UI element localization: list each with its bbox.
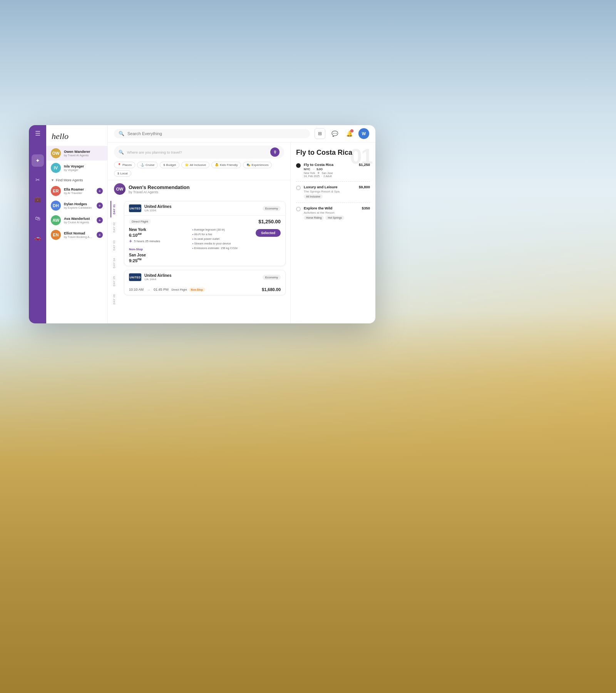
travel-search-bar[interactable]: 🔍 Where are you planning to travel? 🎙	[114, 146, 284, 159]
class-badge-1: Economy	[263, 206, 281, 211]
agent-item-dylan[interactable]: DH Dylan Hodges by Explore Caribbean +	[46, 198, 107, 213]
item-header-2: Luxury and Leisure $9,800	[304, 185, 370, 189]
sidebar: ☰ ✦ ✂ 💼 🛍 🚗	[29, 125, 46, 323]
flights-list: UNITED United Airlines UA 1094 Economy D…	[119, 198, 290, 323]
route-plane-small: ✈	[317, 171, 320, 175]
agents-list: ER Ella Roamer by AI Traveller + DH Dyla…	[46, 184, 107, 319]
sidebar-icon-tools[interactable]: ✂	[32, 174, 44, 186]
agent-info-elliot: Elliot Nomad by Travel Booking Agent	[64, 231, 94, 239]
rec-sub: by Travel AI Agents	[129, 190, 189, 194]
add-agent-dylan[interactable]: +	[97, 203, 103, 209]
voice-button[interactable]: 🎙	[270, 147, 280, 157]
panel-title: Fly to Costa Rica	[296, 149, 370, 157]
item-dot-1	[296, 163, 301, 168]
sidebar-icon-car[interactable]: 🚗	[32, 231, 44, 244]
item-tags-3: Horse Riding Hot Springs	[304, 216, 370, 220]
flight-details-1: New York 6:10AM ✈ 5 hours 25 minutes	[129, 228, 281, 263]
item-sub-3: Activities at the Resort	[304, 211, 370, 214]
agent-avatar-dylan: DH	[51, 201, 61, 211]
item-sub-2: The Springs Resort & Spa	[304, 190, 370, 193]
day-tab-5[interactable]: DAY 05	[110, 273, 117, 290]
flight-card-2-header: UNITED United Airlines UA 1444 Economy	[124, 270, 285, 284]
sidebar-icon-shopping[interactable]: 🛍	[32, 212, 44, 224]
main-window: ☰ ✦ ✂ 💼 🛍 🚗 hello OW Owen Wanderer by Tr…	[29, 125, 375, 323]
stop-tag-1: Non-Stop	[129, 245, 187, 252]
airline-logo-2: UNITED	[129, 273, 141, 281]
chip-kids[interactable]: 👶Kids Friendly	[211, 162, 241, 168]
agent-avatar-ella: ER	[51, 186, 61, 196]
flight-features-1: Average legroom (30 in) Wi-Fi for a fee …	[192, 228, 251, 251]
class-badge-2: Economy	[263, 275, 281, 280]
agent-info-dylan: Dylan Hodges by Explore Caribbean	[64, 202, 94, 209]
flight-card-2: UNITED United Airlines UA 1444 Economy 1…	[124, 270, 286, 295]
add-button[interactable]: ⊞	[315, 128, 325, 139]
item-body-3: Explore the Wild $350 Activities at the …	[304, 206, 370, 220]
day-tab-2[interactable]: DAY 02	[110, 219, 117, 236]
chip-allinclusive[interactable]: 🌟All Inclusive	[181, 162, 209, 168]
divider-2	[296, 203, 370, 203]
agent-item-ella[interactable]: ER Ella Roamer by AI Traveller +	[46, 184, 107, 198]
flight-meta-1: ✈ 5 hours 25 minutes	[129, 239, 187, 243]
agent-item-isla[interactable]: IV Isla Voyager by Voyager	[46, 161, 107, 175]
agent-info-ava: Ava Wanderlust by Cruise AI Agents	[64, 217, 94, 224]
menu-icon[interactable]: ☰	[35, 131, 40, 137]
departure-1: New York	[129, 228, 187, 232]
agent-info-isla: Isla Voyager by Voyager	[64, 164, 103, 172]
day-tab-6[interactable]: DAY 06	[110, 291, 117, 308]
day-tab-1[interactable]: DAY 01	[110, 201, 117, 218]
agent-avatar-owen: OW	[51, 148, 61, 158]
notification-icon[interactable]: 🔔 3	[344, 128, 355, 139]
item-header-3: Explore the Wild $350	[304, 206, 370, 210]
notification-badge: 3	[350, 129, 354, 133]
flight-card-1: UNITED United Airlines UA 1094 Economy D…	[124, 201, 286, 266]
agent-item-elliot[interactable]: EN Elliot Nomad by Travel Booking Agent …	[46, 228, 107, 242]
sidebar-icon-flights[interactable]: ✦	[32, 154, 44, 167]
chip-experiences[interactable]: 🎭Experiences	[243, 162, 272, 168]
add-agent-ava[interactable]: +	[97, 217, 103, 223]
add-agent-ella[interactable]: +	[97, 188, 103, 194]
divider-1	[296, 181, 370, 182]
airline-logo-1: UNITED	[129, 204, 141, 212]
find-more-agents[interactable]: ▼ Find More Agents	[46, 175, 107, 184]
filter-chips: 📍Places ⚓Cruise $Budget 🌟All Inclusive 👶…	[114, 162, 284, 177]
sidebar-icon-luggage[interactable]: 💼	[32, 193, 44, 205]
chip-local[interactable]: $Local	[114, 170, 131, 177]
agent-item-owen[interactable]: OW Owen Wanderer by Travel AI Agents	[46, 146, 107, 161]
airline-info-2: United Airlines UA 1444	[144, 273, 259, 281]
header-icons: ⊞ 💬 🔔 3 W	[315, 128, 369, 139]
flight-card-1-body: Direct Flight $1,250.00 New York	[124, 215, 285, 266]
itinerary-item-2: Luxury and Leisure $9,800 The Springs Re…	[296, 185, 370, 199]
day-tab-4[interactable]: DAY 04	[110, 255, 117, 271]
item-dot-2	[296, 186, 301, 190]
select-button-1[interactable]: Selected	[256, 229, 281, 237]
rec-title: Owen's Recommendation	[129, 184, 189, 190]
flight-price-row-1: Direct Flight $1,250.00	[129, 219, 281, 224]
chat-icon[interactable]: 💬	[329, 128, 340, 139]
main-content: 🔍 ⊞ 💬 🔔 3 W 🔍 Where	[108, 125, 375, 323]
user-avatar[interactable]: W	[358, 128, 369, 139]
agents-panel: hello OW Owen Wanderer by Travel AI Agen…	[46, 125, 108, 323]
add-agent-elliot[interactable]: +	[97, 232, 103, 238]
travel-search-icon: 🔍	[119, 150, 124, 155]
day-tab-3[interactable]: DAY 03	[110, 237, 117, 254]
item-tags-2: All Inclusive	[304, 194, 370, 199]
route-meta: 24, Feb 2025 · 2 Adult	[304, 175, 370, 177]
chip-cruise[interactable]: ⚓Cruise	[137, 162, 158, 168]
left-panel: 🔍 Where are you planning to travel? 🎙 📍P…	[108, 142, 291, 323]
search-input[interactable]	[127, 131, 305, 136]
route-sub-from: New York ✈ San Jose	[304, 171, 370, 175]
airline-info-1: United Airlines UA 1094	[144, 204, 259, 212]
recommendation-header: OW Owen's Recommendation by Travel AI Ag…	[108, 180, 290, 198]
chip-budget[interactable]: $Budget	[160, 162, 179, 168]
arrow-icon-2: →	[147, 288, 151, 292]
right-panel: 01 Fly to Costa Rica Fly to Costa Rica $…	[291, 142, 375, 323]
compact-tags-2: Direct Flight Non-Stop	[172, 288, 259, 292]
agent-info-owen: Owen Wanderer by Travel AI Agents	[64, 150, 103, 157]
chip-places[interactable]: 📍Places	[114, 162, 135, 168]
flight-number-1: UA 1094	[144, 209, 259, 212]
item-body-2: Luxury and Leisure $9,800 The Springs Re…	[304, 185, 370, 199]
agent-info-ella: Ella Roamer by AI Traveller	[64, 187, 94, 195]
global-search-bar[interactable]: 🔍	[114, 129, 310, 138]
flight-card-1-header: UNITED United Airlines UA 1094 Economy	[124, 201, 285, 215]
agent-item-ava[interactable]: AW Ava Wanderlust by Cruise AI Agents +	[46, 213, 107, 228]
